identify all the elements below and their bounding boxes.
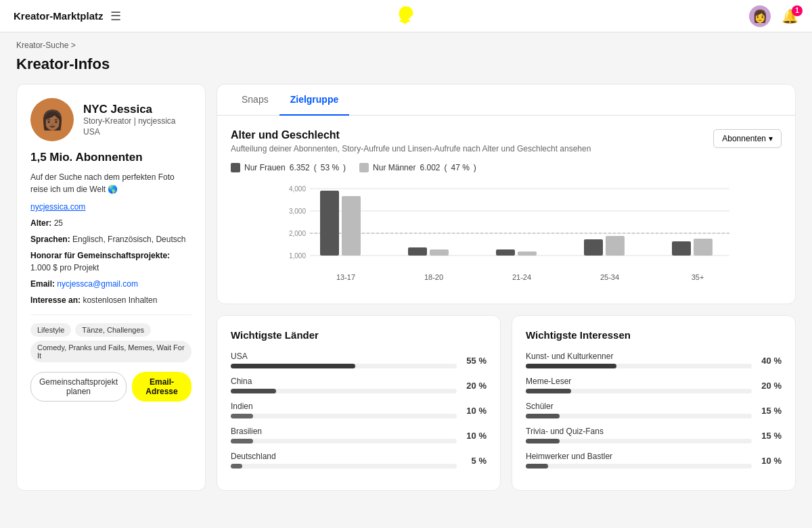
bar-track xyxy=(231,414,457,418)
country-name: USA xyxy=(231,352,457,361)
app-title: Kreator-Marktplatz xyxy=(14,10,104,22)
profile-bio: Auf der Suche nach dem perfekten Foto re… xyxy=(30,171,191,195)
list-item: Indien 10 % xyxy=(231,402,487,420)
interest-name: Trivia- und Quiz-Fans xyxy=(526,427,752,436)
list-item: Trivia- und Quiz-Fans 15 % xyxy=(526,427,782,445)
interest-name: Heimwerker und Bastler xyxy=(526,452,752,461)
bar-percent: 15 % xyxy=(752,431,782,441)
interest-name: Schüler xyxy=(526,402,752,411)
profile-email-row: Email: nycjessca@gmail.com xyxy=(30,278,191,290)
age-value: 25 xyxy=(54,218,63,228)
breadcrumb-separator: > xyxy=(71,41,76,50)
bar-left: China xyxy=(231,377,457,395)
menu-icon[interactable]: ☰ xyxy=(110,9,121,24)
profile-name: NYC Jessica xyxy=(83,103,176,116)
svg-rect-19 xyxy=(606,236,625,256)
tabs-header: Snaps Zielgruppe xyxy=(217,85,795,116)
bar-fill xyxy=(526,439,560,443)
breadcrumb-link[interactable]: Kreator-Suche xyxy=(16,41,68,50)
svg-text:3,000: 3,000 xyxy=(289,208,306,215)
svg-rect-15 xyxy=(496,249,515,256)
bottom-row: Wichtigste Länder USA 55 % China 20 % In… xyxy=(217,315,796,491)
countries-rows: USA 55 % China 20 % Indien 10 % xyxy=(231,352,487,470)
list-item: USA 55 % xyxy=(231,352,487,370)
countries-title: Wichtigste Länder xyxy=(231,329,487,341)
bar-track xyxy=(231,364,457,368)
chevron-down-icon: ▾ xyxy=(769,134,773,143)
user-avatar[interactable]: 👩 xyxy=(749,5,771,27)
bar-left: USA xyxy=(231,352,457,370)
tag-comedy: Comedy, Pranks und Fails, Memes, Wait Fo… xyxy=(30,341,191,362)
notification-badge: 1 xyxy=(792,5,803,16)
notification-button[interactable]: 🔔 1 xyxy=(782,8,798,24)
legend-female-pct: ( xyxy=(314,163,317,172)
list-item: Deutschland 5 % xyxy=(231,452,487,470)
bar-track xyxy=(526,389,752,393)
profile-fee-row: Honorar für Gemeinschaftsprojekte: 1.000… xyxy=(30,249,191,274)
section-header: Alter und Geschlecht Aufteilung deiner A… xyxy=(231,129,782,163)
country-name: China xyxy=(231,377,457,386)
email-button[interactable]: Email-Adresse xyxy=(132,372,191,402)
profile-type: Story-Kreator | nycjessica xyxy=(83,116,176,126)
legend-female-label: Nur Frauen xyxy=(244,163,286,172)
tab-snaps[interactable]: Snaps xyxy=(231,85,279,116)
interest-value: kostenlosen Inhalten xyxy=(83,295,157,305)
chart-legend: Nur Frauen 6.352 (53 %) Nur Männer 6.002… xyxy=(231,163,782,172)
main-layout: 👩🏾 NYC Jessica Story-Kreator | nycjessic… xyxy=(0,84,812,507)
bar-left: Schüler xyxy=(526,402,752,420)
svg-text:2,000: 2,000 xyxy=(289,230,306,237)
bar-percent: 10 % xyxy=(752,456,782,466)
bar-fill xyxy=(231,464,242,469)
legend-female-box xyxy=(231,163,240,172)
bar-track xyxy=(526,439,752,443)
legend-male-box xyxy=(359,163,369,172)
legend-female-count: 6.352 xyxy=(290,163,310,172)
bar-fill xyxy=(231,414,253,418)
svg-text:4,000: 4,000 xyxy=(289,185,306,193)
profile-top: 👩🏾 NYC Jessica Story-Kreator | nycjessic… xyxy=(30,98,191,141)
community-button[interactable]: Gemeinschaftsprojekt planen xyxy=(30,372,127,402)
tab-zielgruppe[interactable]: Zielgruppe xyxy=(279,85,350,116)
chart-svg: 4,000 3,000 2,000 1,000 13-17 18-2 xyxy=(231,182,782,290)
bar-left: Heimwerker und Bastler xyxy=(526,452,752,470)
breadcrumb[interactable]: Kreator-Suche > xyxy=(16,41,796,50)
list-item: Meme-Leser 20 % xyxy=(526,377,782,395)
age-gender-section: Alter und Geschlecht Aufteilung deiner A… xyxy=(217,116,795,304)
country-name: Brasilien xyxy=(231,427,457,436)
bar-percent: 40 % xyxy=(752,356,782,366)
profile-avatar: 👩🏾 xyxy=(30,98,74,141)
list-item: China 20 % xyxy=(231,377,487,395)
svg-rect-22 xyxy=(694,239,713,256)
right-panel: Snaps Zielgruppe Alter und Geschlecht Au… xyxy=(217,84,796,491)
interest-name: Kunst- und Kulturkenner xyxy=(526,352,752,361)
legend-male: Nur Männer 6.002 (47 %) xyxy=(359,163,476,172)
bar-track xyxy=(526,364,752,368)
bar-percent: 10 % xyxy=(457,406,487,416)
profile-website[interactable]: nycjessica.com xyxy=(30,202,191,212)
list-item: Heimwerker und Bastler 10 % xyxy=(526,452,782,470)
bar-fill xyxy=(526,389,571,393)
email-value[interactable]: nycjessca@gmail.com xyxy=(57,279,138,289)
fee-label: Honorar für Gemeinschaftsprojekte: xyxy=(30,251,170,260)
bar-track xyxy=(231,439,457,443)
age-gender-subtitle: Aufteilung deiner Abonnenten, Story-Aufr… xyxy=(231,144,591,153)
tabs-section: Snaps Zielgruppe Alter und Geschlecht Au… xyxy=(217,84,796,304)
svg-rect-13 xyxy=(430,249,449,256)
bar-left: Kunst- und Kulturkenner xyxy=(526,352,752,370)
age-gender-chart: 4,000 3,000 2,000 1,000 13-17 18-2 xyxy=(231,182,782,290)
svg-rect-21 xyxy=(672,241,691,256)
bar-fill xyxy=(526,414,560,418)
interests-section: Wichtigste Interessen Kunst- und Kulturk… xyxy=(512,315,796,491)
profile-country: USA xyxy=(83,127,176,137)
svg-rect-10 xyxy=(342,196,361,256)
profile-age-row: Alter: 25 xyxy=(30,217,191,229)
bar-left: Meme-Leser xyxy=(526,377,752,395)
svg-rect-16 xyxy=(518,251,537,256)
followers-count: 1,5 Mio. Abonnenten xyxy=(30,151,191,164)
filter-button[interactable]: Abonnenten ▾ xyxy=(713,129,782,148)
languages-label: Sprachen: xyxy=(30,235,70,244)
countries-section: Wichtigste Länder USA 55 % China 20 % In… xyxy=(217,315,501,491)
svg-text:25-34: 25-34 xyxy=(600,273,619,281)
bar-percent: 20 % xyxy=(752,381,782,391)
breadcrumb-area: Kreator-Suche > xyxy=(0,32,812,53)
